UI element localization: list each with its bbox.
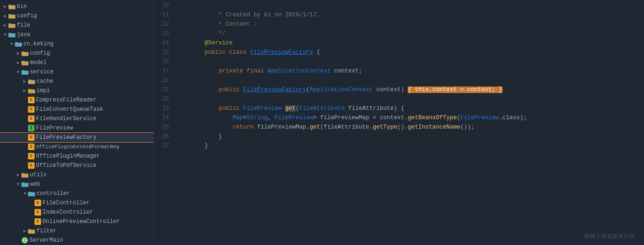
tree-item-IndexController[interactable]: C IndexController bbox=[0, 208, 154, 217]
folder-icon bbox=[21, 60, 28, 65]
tree-item-service[interactable]: ▼ service bbox=[0, 67, 154, 77]
tree-label-OfficePluginExtendFormatReg: OfficePluginExtendFormatReg bbox=[36, 144, 119, 150]
tree-label-OfficePluginManager: OfficePluginManager bbox=[36, 153, 100, 159]
tree-item-web[interactable]: ▼ web bbox=[0, 180, 154, 189]
class-icon: C bbox=[28, 115, 35, 122]
tree-item-filter[interactable]: ▶ filter bbox=[0, 226, 154, 236]
line-num-22: 22 bbox=[163, 94, 169, 104]
folder-open-icon bbox=[21, 69, 28, 75]
code-line-12: */ bbox=[177, 20, 644, 29]
tree-item-impl[interactable]: ▶ impl bbox=[0, 86, 154, 95]
line-num-25: 25 bbox=[163, 122, 169, 132]
class-icon: C bbox=[28, 162, 35, 169]
tree-label-service: service bbox=[30, 69, 53, 75]
arrow-icon: ▶ bbox=[21, 88, 28, 94]
class-icon: C bbox=[28, 106, 35, 113]
arrow-icon: ▶ bbox=[2, 4, 8, 9]
folder-icon bbox=[28, 88, 35, 94]
tree-item-CompressFileReader[interactable]: C CompressFileReader bbox=[0, 95, 154, 105]
arrow-icon: ▼ bbox=[15, 182, 21, 187]
tree-item-FilePreview[interactable]: I FilePreview bbox=[0, 123, 154, 133]
code-line-25: } bbox=[177, 122, 644, 132]
svg-rect-5 bbox=[8, 23, 12, 25]
line-num-11: 11 bbox=[163, 10, 169, 20]
arrow-icon: ▶ bbox=[15, 60, 21, 65]
tree-label-FileController: FileController bbox=[42, 200, 90, 206]
line-num-27: 27 bbox=[163, 141, 169, 151]
tree-item-bin[interactable]: ▶ bin bbox=[0, 2, 154, 11]
tree-item-OfficePluginManager[interactable]: C OfficePluginManager bbox=[0, 151, 154, 161]
tree-item-FileController[interactable]: C FileController bbox=[0, 198, 154, 208]
code-line-13: @Service bbox=[177, 29, 644, 38]
line-num-18: 18 bbox=[163, 76, 169, 85]
folder-icon bbox=[28, 228, 35, 234]
arrow-icon: ▶ bbox=[21, 79, 28, 84]
tree-item-OnlinePreviewController[interactable]: C OnlinePreviewController bbox=[0, 217, 154, 226]
tree-item-java[interactable]: ▼ java bbox=[0, 30, 154, 39]
tree-label-FilePreview: FilePreview bbox=[36, 125, 73, 131]
folder-icon bbox=[8, 13, 15, 19]
arrow-icon: ▶ bbox=[15, 172, 21, 178]
globe-icon bbox=[21, 237, 28, 244]
svg-rect-17 bbox=[28, 79, 31, 81]
tree-item-config2[interactable]: ▶ config bbox=[0, 49, 154, 58]
tree-label-config2: config bbox=[30, 50, 50, 57]
svg-rect-27 bbox=[28, 229, 31, 231]
tree-item-FilePreviewFactory[interactable]: C FilePreviewFactory bbox=[0, 133, 154, 142]
svg-rect-15 bbox=[21, 70, 25, 72]
tree-item-utils[interactable]: ▶ utils bbox=[0, 170, 154, 180]
svg-rect-1 bbox=[8, 5, 12, 6]
tree-label-controller: controller bbox=[36, 190, 70, 197]
line-numbers: 10 11 12 13 ● 14 15 16 17 ↩ 18 21 @ 22 2… bbox=[154, 0, 173, 245]
tree-label-ServerMain: ServerMain bbox=[29, 237, 63, 244]
watermark: @稀土掘金技术社区 bbox=[584, 232, 635, 240]
svg-rect-13 bbox=[21, 61, 25, 62]
folder-icon bbox=[8, 4, 15, 9]
tree-item-model[interactable]: ▶ model bbox=[0, 58, 154, 67]
svg-rect-9 bbox=[15, 42, 18, 43]
tree-item-file[interactable]: ▶ file bbox=[0, 21, 154, 30]
class-icon: C bbox=[35, 218, 41, 225]
arrow-icon: ▼ bbox=[21, 191, 28, 196]
folder-open-icon bbox=[15, 41, 22, 47]
folder-open-icon bbox=[21, 181, 28, 187]
folder-icon bbox=[8, 22, 15, 28]
line-num-10: 10 bbox=[163, 1, 169, 10]
arrow-icon: ▶ bbox=[15, 50, 21, 56]
folder-open-icon bbox=[8, 32, 15, 37]
code-line-10: * Created by kl on 2018/1/17. bbox=[177, 1, 644, 10]
arrow-icon: ▶ bbox=[2, 13, 8, 19]
file-tree[interactable]: ▶ bin ▶ config ▶ file ▼ java ▼ cn.keking… bbox=[0, 0, 154, 245]
svg-rect-19 bbox=[28, 89, 31, 90]
svg-rect-7 bbox=[8, 33, 12, 34]
line-num-16: 16 bbox=[163, 57, 169, 66]
tree-label-config: config bbox=[17, 13, 37, 19]
code-editor: 10 11 12 13 ● 14 15 16 17 ↩ 18 21 @ 22 2… bbox=[154, 0, 644, 245]
tree-item-FileConvertQueueTask[interactable]: C FileConvertQueueTask bbox=[0, 105, 154, 114]
class-icon: C bbox=[28, 97, 35, 103]
tree-label-FileHandlerService: FileHandlerService bbox=[36, 115, 97, 122]
line-num-21: 21 bbox=[163, 85, 169, 94]
tree-label-bin: bin bbox=[17, 3, 27, 10]
tree-item-controller[interactable]: ▼ controller bbox=[0, 189, 154, 198]
tree-item-ServerMain[interactable]: ServerMain bbox=[0, 236, 154, 245]
tree-item-config[interactable]: ▶ config bbox=[0, 11, 154, 21]
code-line-23: Map<String, FilePreview> filePreviewMap … bbox=[177, 104, 644, 113]
tree-item-cache[interactable]: ▶ cache bbox=[0, 77, 154, 86]
arrow-icon: ▼ bbox=[2, 32, 8, 37]
line-num-26: 26 bbox=[163, 132, 169, 141]
code-line-16: private final ApplicationContext context… bbox=[177, 57, 644, 66]
arrow-icon: ▼ bbox=[8, 42, 15, 47]
line-num-14: 14 bbox=[163, 38, 169, 48]
line-num-13: 13 bbox=[163, 29, 169, 38]
code-line-26: } bbox=[177, 132, 644, 141]
tree-item-FileHandlerService[interactable]: C FileHandlerService bbox=[0, 114, 154, 123]
tree-item-cnkeking[interactable]: ▼ cn.keking bbox=[0, 39, 154, 49]
arrow-icon: ▶ bbox=[21, 228, 28, 234]
tree-item-OfficePluginExtendFormatReg[interactable]: C OfficePluginExtendFormatReg bbox=[0, 142, 154, 151]
arrow-icon: ▶ bbox=[2, 22, 8, 28]
svg-rect-11 bbox=[21, 51, 25, 53]
tree-item-OfficeToPdfService[interactable]: C OfficeToPdfService bbox=[0, 161, 154, 170]
folder-icon bbox=[28, 79, 35, 84]
svg-rect-21 bbox=[21, 173, 25, 174]
